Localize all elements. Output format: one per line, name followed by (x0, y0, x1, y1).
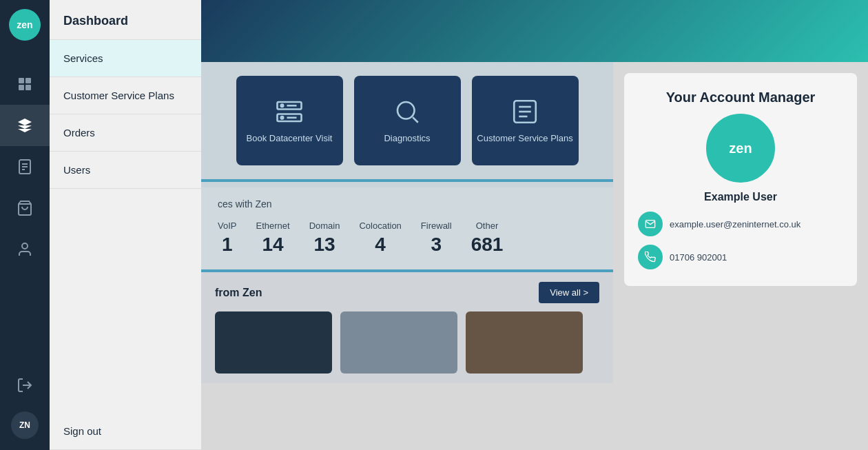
document-icon (17, 158, 33, 175)
contact-email-row: example.user@zeninternet.co.uk (638, 212, 843, 236)
sidebar-icon-strip: zen (0, 0, 50, 450)
svg-point-13 (281, 104, 284, 107)
service-card-csp-label: Customer Service Plans (477, 133, 572, 145)
news-cards (215, 311, 599, 374)
stat-firewall-value: 3 (431, 234, 442, 256)
news-title: from Zen (215, 287, 262, 299)
sidebar-item-orders[interactable] (0, 187, 50, 229)
layers-icon (17, 117, 33, 134)
right-column: Your Account Manager zen Example User ex (613, 62, 868, 450)
service-card-csp[interactable]: Customer Service Plans (472, 76, 579, 165)
menu-item-csp[interactable]: Customer Service Plans (50, 77, 201, 114)
sidebar-item-signout[interactable] (0, 365, 50, 406)
contact-email: example.user@zeninternet.co.uk (670, 219, 800, 229)
stat-ethernet-value: 14 (262, 234, 283, 256)
service-card-diagnostics[interactable]: Diagnostics (354, 76, 461, 165)
service-card-book-datacenter[interactable]: Book Datacenter Visit (236, 76, 343, 165)
stat-voip-value: 1 (222, 234, 233, 256)
svg-point-14 (281, 116, 284, 119)
menu-item-users[interactable]: Users (50, 152, 201, 189)
list-icon (510, 97, 539, 126)
stat-domain-value: 13 (313, 234, 335, 256)
svg-point-17 (397, 102, 415, 119)
sidebar-bottom: ZN (0, 365, 50, 450)
account-manager-avatar: zen (706, 114, 775, 183)
signout-icon (17, 377, 33, 393)
sidebar-item-csp[interactable] (0, 146, 50, 187)
left-column: Book Datacenter Visit Diagnostics (201, 62, 613, 450)
server-icon (275, 97, 304, 126)
stat-voip-label: VoIP (218, 221, 236, 231)
menu-item-signout[interactable]: Sign out (50, 413, 201, 450)
hero-banner (201, 0, 868, 62)
svg-line-18 (413, 117, 418, 123)
main-content: Book Datacenter Visit Diagnostics (201, 0, 868, 450)
contact-phone: 01706 902001 (670, 252, 727, 263)
news-card-1[interactable] (215, 311, 332, 374)
news-header: from Zen View all > (215, 282, 599, 303)
stat-voip: VoIP 1 (218, 221, 236, 256)
search-icon (393, 97, 422, 126)
stat-other: Other 681 (471, 221, 504, 256)
stat-colocation-label: Colocation (359, 221, 401, 231)
stat-colocation: Colocation 4 (359, 221, 401, 256)
stat-ethernet: Ethernet 14 (256, 221, 289, 256)
svg-rect-2 (19, 85, 24, 90)
account-manager-logo: zen (729, 141, 752, 156)
stats-grid: VoIP 1 Ethernet 14 Domain 13 Colocatio (218, 221, 597, 256)
stat-other-value: 681 (471, 234, 504, 256)
stats-section: ces with Zen VoIP 1 Ethernet 14 Domain (201, 179, 613, 269)
stat-domain-label: Domain (309, 221, 340, 231)
stat-other-label: Other (476, 221, 499, 231)
stat-ethernet-label: Ethernet (256, 221, 289, 231)
email-icon (638, 212, 663, 236)
menu-item-services[interactable]: Services (50, 40, 201, 77)
news-card-3[interactable] (466, 311, 583, 374)
news-section: from Zen View all > (201, 269, 613, 383)
svg-rect-3 (25, 85, 31, 90)
svg-rect-0 (19, 78, 24, 83)
logo-area[interactable]: zen (0, 0, 50, 50)
menu-header: Dashboard (50, 0, 201, 40)
svg-point-9 (22, 243, 28, 249)
news-card-2[interactable] (340, 311, 457, 374)
content-area: Book Datacenter Visit Diagnostics (201, 62, 868, 450)
sidebar-item-dashboard[interactable] (0, 63, 50, 105)
phone-icon (638, 245, 663, 269)
menu-item-orders[interactable]: Orders (50, 114, 201, 152)
stat-firewall: Firewall 3 (421, 221, 452, 256)
svg-rect-1 (25, 78, 31, 83)
sidebar-item-users[interactable] (0, 229, 50, 270)
sidebar-menu: Dashboard Services Customer Service Plan… (50, 0, 201, 450)
account-manager-name: Example User (704, 191, 777, 203)
stat-domain: Domain 13 (309, 221, 340, 256)
sidebar-item-services[interactable] (0, 105, 50, 146)
user-avatar[interactable]: ZN (11, 411, 39, 439)
stat-colocation-value: 4 (375, 234, 386, 256)
person-icon (17, 241, 33, 258)
account-manager-card: Your Account Manager zen Example User ex (624, 73, 857, 286)
stat-firewall-label: Firewall (421, 221, 452, 231)
view-all-button[interactable]: View all > (539, 282, 599, 303)
service-cards-section: Book Datacenter Visit Diagnostics (201, 62, 613, 179)
stats-subtitle: ces with Zen (218, 198, 597, 209)
service-card-book-datacenter-label: Book Datacenter Visit (247, 133, 333, 145)
grid-icon (17, 76, 33, 92)
contact-phone-row: 01706 902001 (638, 245, 843, 269)
sidebar-nav (0, 50, 50, 365)
zen-logo: zen (9, 9, 41, 41)
service-card-diagnostics-label: Diagnostics (384, 133, 430, 145)
bag-icon (17, 200, 33, 216)
account-manager-title: Your Account Manager (666, 90, 816, 105)
